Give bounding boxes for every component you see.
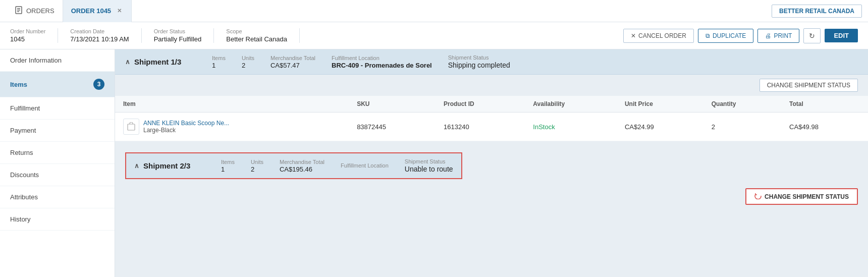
shipment1-location-value: BRC-409 - Promenades de Sorel <box>332 62 432 69</box>
shipment2-units-value: 2 <box>251 165 263 173</box>
shipment2-location-label: Fulfillment Location <box>341 162 389 169</box>
chevron-up-icon: ∧ <box>125 58 130 66</box>
shipment2-status-label: Shipment Status <box>405 158 453 164</box>
change-status-icon <box>754 192 762 201</box>
item-variant: Large-Black <box>143 127 229 134</box>
shipment2-location-block: Fulfillment Location <box>341 162 389 169</box>
shipment1-units-block: Units 2 <box>242 55 254 69</box>
close-icon[interactable]: ✕ <box>115 7 123 15</box>
shipment2-title: ∧ Shipment 2/3 <box>134 161 205 170</box>
item-product-icon <box>123 119 139 135</box>
sidebar-item-returns[interactable]: Returns <box>0 142 115 164</box>
print-button[interactable]: 🖨 PRINT <box>757 29 799 43</box>
brand-button[interactable]: BETTER RETAIL CANADA <box>772 5 862 18</box>
scope-field: Scope Better Retail Canada <box>226 28 300 43</box>
sidebar-item-attributes[interactable]: Attributes <box>0 186 115 208</box>
cell-item: ANNE KLEIN Basic Scoop Ne... Large-Black <box>115 113 349 141</box>
duplicate-button[interactable]: ⧉ DUPLICATE <box>698 29 753 43</box>
shipment1-title-text: Shipment 1/3 <box>134 58 181 66</box>
sidebar-discounts-label: Discounts <box>10 171 39 179</box>
sidebar-item-history[interactable]: History <box>0 208 115 231</box>
tab-orders[interactable]: ORDERS <box>6 0 63 22</box>
change-status-label: CHANGE SHIPMENT STATUS <box>765 193 849 200</box>
sidebar-history-label: History <box>10 215 30 223</box>
shipment2-items-value: 1 <box>221 165 235 173</box>
shipment2-merch-label: Merchandise Total <box>280 159 324 165</box>
shipment1-location-block: Fulfillment Location BRC-409 - Promenade… <box>332 55 432 69</box>
cancel-order-button[interactable]: ✕ CANCEL ORDER <box>623 29 694 43</box>
sidebar-fulfillment-label: Fulfillment <box>10 104 40 112</box>
print-label: PRINT <box>774 32 792 39</box>
order-status-field: Order Status Partially Fulfilled <box>154 28 214 43</box>
sidebar-order-information-label: Order Information <box>10 57 62 64</box>
sidebar-item-fulfillment[interactable]: Fulfillment <box>0 97 115 120</box>
shipment2-units-block: Units 2 <box>251 159 263 173</box>
shipment1-header: ∧ Shipment 1/3 Items 1 Units 2 Merchandi… <box>115 49 868 75</box>
sidebar: Order Information Items 3 Fulfillment Pa… <box>0 49 115 277</box>
shipment1-units-value: 2 <box>242 62 254 69</box>
sidebar-item-payment[interactable]: Payment <box>0 120 115 142</box>
shipment1-items-block: Items 1 <box>212 55 226 69</box>
creation-date-label: Creation Date <box>70 28 129 34</box>
availability-value[interactable]: InStock <box>533 123 555 131</box>
creation-date-value: 7/13/2021 10:19 AM <box>70 35 129 43</box>
edit-button[interactable]: EDIT <box>825 29 858 42</box>
item-name[interactable]: ANNE KLEIN Basic Scoop Ne... <box>143 120 229 127</box>
shipment2-merch-block: Merchandise Total CA$195.46 <box>280 159 324 173</box>
shipment1-status-value: Shipping completed <box>448 61 510 69</box>
col-quantity: Quantity <box>703 96 781 113</box>
creation-date-field: Creation Date 7/13/2021 10:19 AM <box>70 28 141 43</box>
shipment2-title-text: Shipment 2/3 <box>143 161 190 170</box>
change-shipment-status-button-1[interactable]: CHANGE SHIPMENT STATUS <box>760 79 858 92</box>
sidebar-item-order-information[interactable]: Order Information <box>0 49 115 72</box>
shipment1-title: ∧ Shipment 1/3 <box>125 58 196 66</box>
shipment1-meta: Items 1 Units 2 Merchandise Total CA$57.… <box>212 54 858 69</box>
refresh-button[interactable]: ↻ <box>803 28 821 43</box>
order-number-field: Order Number 1045 <box>10 28 58 43</box>
sidebar-item-discounts[interactable]: Discounts <box>0 164 115 186</box>
duplicate-label: DUPLICATE <box>713 32 746 39</box>
shipment2-header: ∧ Shipment 2/3 Items 1 Units 2 Merchandi… <box>125 152 462 179</box>
cell-sku: 83872445 <box>349 113 436 141</box>
sidebar-item-items[interactable]: Items 3 <box>0 72 115 97</box>
refresh-icon: ↻ <box>809 32 815 40</box>
shipment1-status-label: Shipment Status <box>448 54 510 61</box>
col-sku: SKU <box>349 96 436 113</box>
tab-order-1045[interactable]: ORDER 1045 ✕ <box>63 0 132 22</box>
orders-icon <box>14 6 23 16</box>
shipment1-units-label: Units <box>242 55 254 61</box>
duplicate-icon: ⧉ <box>706 32 710 39</box>
header-row: Order Number 1045 Creation Date 7/13/202… <box>0 22 868 49</box>
shipment1-status-block: Shipment Status Shipping completed <box>448 54 510 69</box>
cancel-label: CANCEL ORDER <box>638 32 686 39</box>
sidebar-returns-label: Returns <box>10 149 33 156</box>
print-icon: 🖨 <box>765 32 771 39</box>
top-bar: ORDERS ORDER 1045 ✕ BETTER RETAIL CANADA <box>0 0 868 22</box>
main-layout: Order Information Items 3 Fulfillment Pa… <box>0 49 868 277</box>
cell-quantity: 2 <box>703 113 781 141</box>
scope-value: Better Retail Canada <box>226 35 287 43</box>
sidebar-items-label: Items <box>10 81 27 88</box>
cell-total: CA$49.98 <box>781 113 868 141</box>
cell-product-id: 1613240 <box>436 113 525 141</box>
order-status-label: Order Status <box>154 28 202 34</box>
change-shipment-status-button-2[interactable]: CHANGE SHIPMENT STATUS <box>745 188 858 205</box>
table-header-row: Item SKU Product ID Availability Unit Pr… <box>115 96 868 113</box>
shipment2-items-block: Items 1 <box>221 159 235 173</box>
order-number-label: Order Number <box>10 28 45 34</box>
col-availability: Availability <box>525 96 617 113</box>
sidebar-attributes-label: Attributes <box>10 193 38 201</box>
shipment1-action-row: CHANGE SHIPMENT STATUS <box>115 75 868 96</box>
table-row: ANNE KLEIN Basic Scoop Ne... Large-Black… <box>115 113 868 141</box>
order-number-value: 1045 <box>10 35 45 43</box>
shipment2-units-label: Units <box>251 159 263 165</box>
items-badge: 3 <box>93 79 104 90</box>
shipment2-merch-value: CA$195.46 <box>280 165 324 173</box>
svg-rect-4 <box>128 124 135 130</box>
col-item: Item <box>115 96 349 113</box>
cancel-icon: ✕ <box>631 32 636 39</box>
tab-order-label: ORDER 1045 <box>71 7 111 15</box>
cell-availability: InStock <box>525 113 617 141</box>
sidebar-payment-label: Payment <box>10 127 36 134</box>
shipment2-action-row: CHANGE SHIPMENT STATUS <box>115 184 868 209</box>
